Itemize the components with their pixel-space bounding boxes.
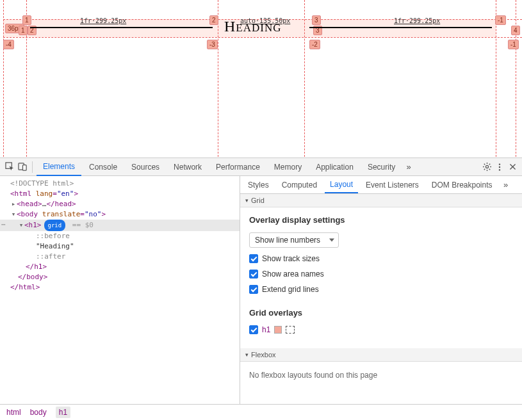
overlay-toggle-icon[interactable] [286, 326, 295, 334]
line-number-badge: 1 [22, 15, 31, 25]
more-sidebar-tabs-icon[interactable]: » [500, 179, 512, 191]
close-icon[interactable] [507, 161, 518, 173]
checkbox-label: Extend grid lines [262, 285, 319, 294]
svg-rect-2 [22, 165, 26, 170]
tab-console[interactable]: Console [83, 159, 124, 175]
devtools-toolbar: Elements Console Sources Network Perform… [0, 158, 522, 176]
selected-node-h1[interactable]: ⋯▾<h1>grid == $0 [0, 220, 240, 231]
grid-badge[interactable]: grid [44, 220, 66, 231]
svg-line-11 [489, 164, 489, 165]
checkbox-area-names[interactable] [249, 270, 258, 279]
line-number-badge: 1 [19, 26, 28, 35]
track-label: 1fr·299.25px [394, 17, 440, 24]
svg-point-13 [499, 166, 500, 167]
line-number-badge: -1 [508, 40, 519, 49]
sidebar-tab-dom-breakpoints[interactable]: DOM Breakpoints [427, 177, 498, 193]
svg-point-3 [485, 165, 488, 168]
layout-sidebar: Styles Computed Layout Event Listeners D… [240, 176, 522, 404]
grid-section-header[interactable]: ▾Grid [240, 194, 522, 207]
checkbox-label: Show track sizes [262, 254, 320, 263]
checkbox-overlay-h1[interactable] [249, 325, 258, 334]
line-numbers-select[interactable]: Show line numbers [249, 232, 339, 248]
line-number-badge: 4 [511, 26, 520, 35]
tab-memory[interactable]: Memory [268, 159, 308, 175]
line-number-badge: -1 [495, 15, 506, 25]
breadcrumb-body[interactable]: body [30, 408, 47, 417]
tab-performance[interactable]: Performance [209, 159, 266, 175]
checkbox-track-sizes[interactable] [249, 254, 258, 263]
breadcrumbs: html body h1 [0, 404, 522, 419]
tab-security[interactable]: Security [361, 159, 402, 175]
sidebar-tab-event-listeners[interactable]: Event Listeners [361, 177, 424, 193]
line-number-badge: 3 [312, 15, 321, 25]
svg-line-10 [484, 169, 484, 170]
svg-point-12 [499, 163, 500, 165]
svg-line-9 [489, 169, 489, 170]
svg-point-14 [499, 169, 500, 170]
inspect-icon[interactable] [4, 161, 15, 173]
tab-network[interactable]: Network [167, 159, 208, 175]
flexbox-section-header[interactable]: ▾Flexbox [240, 348, 522, 362]
page-viewport: 36px 1fr·299.25px auto·135.50px 1fr·299.… [0, 0, 522, 158]
line-number-badge: -2 [309, 40, 320, 49]
sidebar-tab-styles[interactable]: Styles [243, 177, 274, 193]
svg-line-8 [484, 164, 484, 165]
tab-sources[interactable]: Sources [125, 159, 166, 175]
page-heading: Heading [224, 18, 282, 35]
checkbox-extend-lines[interactable] [249, 285, 258, 294]
device-icon[interactable] [17, 161, 28, 173]
line-number-badge: -3 [207, 40, 218, 49]
grid-overlays-title: Grid overlays [249, 308, 513, 318]
line-number-badge: 2 [209, 15, 218, 25]
dom-tree-panel[interactable]: <!DOCTYPE html> <html lang="en"> ▸<head>… [0, 176, 240, 404]
track-label: 1fr·299.25px [80, 17, 126, 24]
overlay-color-swatch[interactable] [274, 326, 282, 334]
more-tabs-icon[interactable]: » [403, 161, 414, 173]
sidebar-tab-layout[interactable]: Layout [325, 177, 358, 193]
kebab-icon[interactable] [494, 161, 505, 173]
sidebar-tab-computed[interactable]: Computed [277, 177, 322, 193]
heading-rule-right [309, 27, 492, 28]
checkbox-label: Show area names [262, 270, 324, 279]
flexbox-empty-message: No flexbox layouts found on this page [240, 362, 522, 389]
line-number-badge: -4 [3, 40, 14, 49]
grid-overlay: 36px 1fr·299.25px auto·135.50px 1fr·299.… [3, 0, 519, 48]
tab-elements[interactable]: Elements [37, 158, 81, 176]
breadcrumb-html[interactable]: html [6, 408, 21, 417]
gear-icon[interactable] [481, 161, 493, 173]
breadcrumb-h1[interactable]: h1 [56, 407, 70, 418]
heading-rule-left [30, 27, 213, 28]
tab-application[interactable]: Application [309, 159, 360, 175]
overlay-element-label: h1 [262, 325, 270, 334]
overlay-settings-title: Overlay display settings [249, 215, 513, 225]
